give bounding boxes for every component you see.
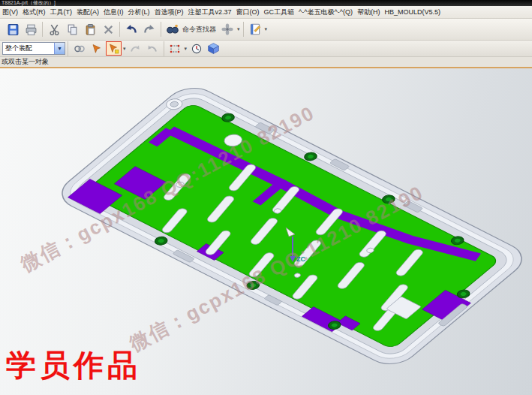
redo-button[interactable] xyxy=(140,20,158,38)
save-button[interactable] xyxy=(4,20,22,38)
roles-button[interactable] xyxy=(218,20,236,38)
curved-arrow-alt-icon xyxy=(146,43,158,55)
menu-item[interactable]: HB_MOULD(V5.5) xyxy=(382,8,443,17)
dropdown-arrow-icon[interactable]: ▾ xyxy=(265,26,268,32)
paste-icon xyxy=(84,23,97,36)
copy-button[interactable] xyxy=(63,20,81,38)
print-button[interactable] xyxy=(22,20,40,38)
toolbar-separator xyxy=(164,41,164,56)
paste-button[interactable] xyxy=(81,20,99,38)
toolbar-separator xyxy=(68,41,68,56)
menu-item[interactable]: 注塑工具v2.37 xyxy=(186,7,234,18)
menu-item[interactable]: 窗口(O) xyxy=(234,7,262,18)
print-icon xyxy=(25,23,38,36)
redo-icon xyxy=(143,23,156,36)
window-title-bar: T8821A-prt（修改的）] xyxy=(0,0,532,6)
pointer-arrow-icon xyxy=(91,43,103,55)
select-tool-button[interactable] xyxy=(89,41,104,56)
clock-icon xyxy=(191,43,203,55)
toolbar-separator xyxy=(243,22,244,37)
menu-item[interactable]: 分析(L) xyxy=(126,7,152,18)
dropdown-arrow-icon[interactable]: ▾ xyxy=(185,46,188,52)
deselect-button[interactable] xyxy=(128,41,143,56)
toolbar-separator xyxy=(161,22,161,37)
delete-button[interactable] xyxy=(99,20,117,38)
toolbar-separator xyxy=(119,22,120,37)
information-button[interactable] xyxy=(246,20,264,38)
rectangle-select-button[interactable] xyxy=(167,41,183,56)
prompt-message: 或双击某一对象 xyxy=(2,58,49,65)
cut-button[interactable] xyxy=(45,20,63,38)
toolbar-separator xyxy=(42,22,43,37)
command-finder-icon xyxy=(166,23,179,36)
menu-item[interactable]: 装配(A) xyxy=(74,7,101,18)
save-icon xyxy=(7,23,20,36)
menu-item[interactable]: 帮助(H) xyxy=(355,7,383,18)
marquee-rectangle-icon xyxy=(169,43,181,55)
window-title: T8821A-prt（修改的）] xyxy=(2,0,56,5)
undo-icon xyxy=(125,23,138,36)
combo-dropdown-button[interactable]: ▼ xyxy=(54,43,65,54)
selection-scope-value: 整个装配 xyxy=(3,44,32,53)
info-notebook-icon xyxy=(248,23,262,36)
chevron-down-icon: ▼ xyxy=(57,46,62,51)
menu-bar: 图(V) 格式(R) 工具(T) 装配(A) 信息(I) 分析(L) 首选项(P… xyxy=(0,6,532,19)
menu-item[interactable]: ^-^老五电极^-^(Q) xyxy=(296,7,355,18)
snap-point-toggle[interactable] xyxy=(71,41,87,56)
menu-item[interactable]: 工具(T) xyxy=(48,7,75,18)
pointer-highlight-icon xyxy=(108,43,120,55)
swirl-icon xyxy=(221,23,234,36)
nx-application-window: T8821A-prt（修改的）] 图(V) 格式(R) 工具(T) 装配(A) … xyxy=(0,0,532,395)
selection-bar: 整个装配 ▼ ▾ xyxy=(0,41,532,57)
delay-select-button[interactable] xyxy=(188,41,204,56)
cue-prompt-bar: 或双击某一对象 xyxy=(0,57,532,68)
menu-item[interactable]: GC工具箱 xyxy=(262,7,297,18)
rings-icon xyxy=(74,43,86,55)
selection-scope-dropdown[interactable]: 整个装配 ▼ xyxy=(2,42,65,55)
menu-item[interactable]: 信息(I) xyxy=(101,7,126,18)
command-finder-label[interactable]: 命令查找器 xyxy=(182,25,216,35)
reselect-button[interactable] xyxy=(145,41,161,56)
dropdown-arrow-icon[interactable]: ▾ xyxy=(237,26,240,32)
curved-arrow-icon xyxy=(129,43,141,55)
blue-box-icon xyxy=(207,42,220,55)
show-bounding-box-button[interactable] xyxy=(206,41,221,56)
select-highlight-button[interactable] xyxy=(106,41,122,56)
standard-toolbar: 命令查找器 ▾ ▾ xyxy=(0,19,532,41)
phone-frame-part xyxy=(52,81,532,370)
copy-icon xyxy=(66,23,79,36)
menu-item[interactable]: 格式(R) xyxy=(20,7,48,18)
menu-item[interactable]: 首选项(P) xyxy=(152,7,186,18)
viewport-3d-model[interactable] xyxy=(0,68,532,395)
undo-button[interactable] xyxy=(122,20,140,38)
graphics-viewport[interactable]: 微信：gcpx168 QQ:11210 82190 微信：gcpx168 QQ:… xyxy=(0,68,532,395)
command-finder-button[interactable] xyxy=(164,20,182,38)
menu-item[interactable]: 图(V) xyxy=(0,7,20,18)
delete-icon xyxy=(102,23,115,36)
dropdown-arrow-icon[interactable]: ▾ xyxy=(123,46,126,52)
cut-icon xyxy=(48,23,61,36)
